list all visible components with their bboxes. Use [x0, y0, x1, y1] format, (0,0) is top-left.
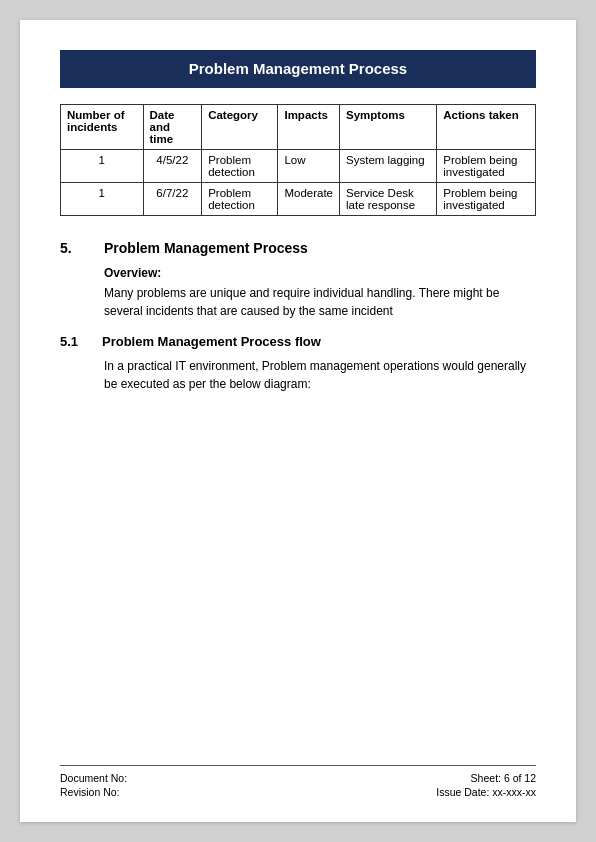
- row2-date: 6/7/22: [143, 183, 202, 216]
- col-category: Category: [202, 105, 278, 150]
- row1-symptoms: System lagging: [340, 150, 437, 183]
- overview-label: Overview:: [104, 266, 536, 280]
- section-51-title: Problem Management Process flow: [102, 334, 321, 349]
- page-title: Problem Management Process: [189, 60, 407, 77]
- row1-category: Problem detection: [202, 150, 278, 183]
- table-row: 1 4/5/22 Problem detection Low System la…: [61, 150, 536, 183]
- section-51-content: In a practical IT environment, Problem m…: [104, 357, 536, 393]
- doc-no-label: Document No:: [60, 772, 127, 784]
- row2-number: 1: [61, 183, 144, 216]
- overview-text: Many problems are unique and require ind…: [104, 284, 536, 320]
- issue-label: Issue Date: xx-xxx-xx: [436, 786, 536, 798]
- sheet-label: Sheet: 6 of 12: [436, 772, 536, 784]
- page-header: Problem Management Process: [60, 50, 536, 88]
- row1-number: 1: [61, 150, 144, 183]
- table-row: 1 6/7/22 Problem detection Moderate Serv…: [61, 183, 536, 216]
- row2-actions: Problem being investigated: [437, 183, 536, 216]
- footer-right: Sheet: 6 of 12 Issue Date: xx-xxx-xx: [436, 772, 536, 798]
- revision-label: Revision No:: [60, 786, 127, 798]
- section-51-text: In a practical IT environment, Problem m…: [104, 359, 526, 391]
- col-number: Number of incidents: [61, 105, 144, 150]
- row1-impacts: Low: [278, 150, 340, 183]
- section-51-number: 5.1: [60, 334, 92, 349]
- col-symptoms: Symptoms: [340, 105, 437, 150]
- section-5-header: 5. Problem Management Process: [60, 240, 536, 256]
- section-51-header: 5.1 Problem Management Process flow: [60, 334, 536, 349]
- document-page: Problem Management Process Number of inc…: [20, 20, 576, 822]
- incident-table: Number of incidents Date and time Catego…: [60, 104, 536, 216]
- footer-left: Document No: Revision No:: [60, 772, 127, 798]
- section-5-title: Problem Management Process: [104, 240, 308, 256]
- col-date: Date and time: [143, 105, 202, 150]
- col-impacts: Impacts: [278, 105, 340, 150]
- row2-category: Problem detection: [202, 183, 278, 216]
- col-actions: Actions taken: [437, 105, 536, 150]
- table-header-row: Number of incidents Date and time Catego…: [61, 105, 536, 150]
- section-5-content: Overview: Many problems are unique and r…: [104, 266, 536, 320]
- page-footer: Document No: Revision No: Sheet: 6 of 12…: [60, 765, 536, 798]
- row1-actions: Problem being investigated: [437, 150, 536, 183]
- row2-symptoms: Service Desk late response: [340, 183, 437, 216]
- row1-date: 4/5/22: [143, 150, 202, 183]
- row2-impacts: Moderate: [278, 183, 340, 216]
- section-5-number: 5.: [60, 240, 88, 256]
